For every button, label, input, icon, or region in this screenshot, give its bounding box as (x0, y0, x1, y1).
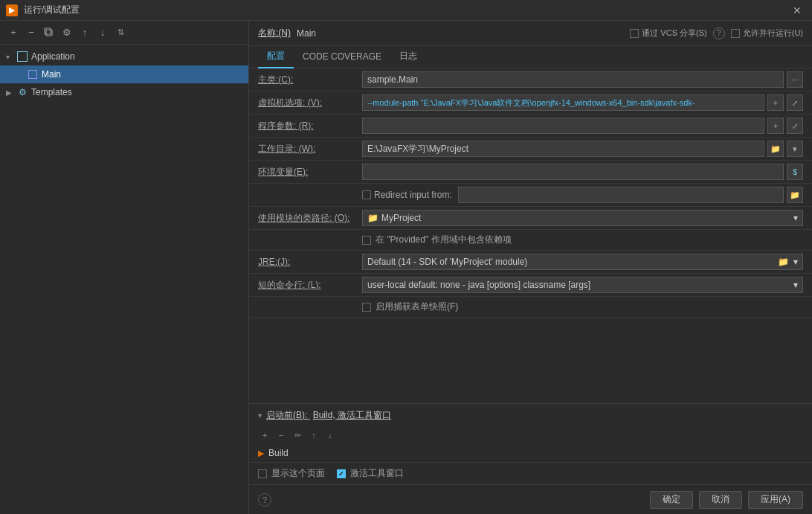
help-button[interactable]: ? (258, 493, 271, 507)
build-arrow-icon: ▶ (258, 449, 264, 458)
workdir-value-area: 📁 ▾ (362, 141, 803, 157)
before-launch-label[interactable]: 启动前(B): Build, 激活工具窗口 (266, 409, 391, 422)
name-value: Main (297, 28, 624, 39)
before-launch-value-text: Build, 激活工具窗口 (313, 410, 391, 420)
shortcut-checkbox[interactable] (362, 303, 371, 312)
class-input[interactable] (362, 71, 784, 88)
before-toolbar: + − ✏ ↑ ↓ (249, 426, 812, 444)
left-panel: + − ⚙ ↑ ↓ ⇅ ▾ Application (0, 21, 249, 514)
tab-log[interactable]: 日志 (390, 46, 426, 68)
class-browse-button[interactable]: ··· (787, 71, 803, 88)
tree-item-application[interactable]: ▾ Application (0, 48, 248, 65)
config-settings-button[interactable]: ⚙ (59, 25, 74, 40)
templates-icon: ⚙ (16, 86, 28, 98)
main-container: + − ⚙ ↑ ↓ ⇅ ▾ Application (0, 21, 812, 514)
vm-expand-button[interactable]: ⤢ (787, 94, 803, 111)
module-class-arrow: ▾ (793, 213, 798, 223)
vcs-checkbox-el[interactable] (630, 29, 639, 38)
activate-checkbox[interactable] (337, 469, 346, 478)
program-input[interactable] (362, 118, 764, 134)
workdir-label[interactable]: 工作目录: (W): (258, 143, 362, 155)
footer: ? 确定 取消 应用(A) (249, 484, 812, 514)
module-class-row: 使用模块的类路径: (O): 📁 MyProject ▾ (249, 207, 812, 230)
tab-config[interactable]: 配置 (258, 46, 294, 68)
shortcmd-value: user-local default: none - java [options… (367, 280, 590, 290)
right-panel: 名称:(N) Main 通过 VCS 分享(S) ? 允许并行运行(U) 配置 … (249, 21, 812, 514)
sort-button[interactable]: ⇅ (113, 25, 128, 40)
vm-label[interactable]: 虚拟机选项: (V): (258, 97, 362, 109)
shortcmd-arrow: ▾ (793, 280, 798, 290)
help-footer: ? (258, 493, 644, 507)
include-provided-checkbox[interactable] (362, 236, 371, 245)
workdir-browse-button[interactable]: 📁 (767, 141, 784, 157)
parallel-run-checkbox[interactable]: 允许并行运行(U) (731, 28, 803, 39)
cancel-button[interactable]: 取消 (699, 491, 742, 509)
form-spacer (249, 318, 812, 340)
application-label: Application (31, 51, 75, 62)
vcs-share-checkbox[interactable]: 通过 VCS 分享(S) (630, 28, 706, 39)
shortcmd-label[interactable]: 短的命令行: (L): (258, 279, 362, 292)
shortcmd-value-area: user-local default: none - java [options… (362, 277, 803, 293)
title-bar: ▶ 运行/调试配置 ✕ (0, 0, 812, 21)
env-label[interactable]: 环境变量(E): (258, 166, 362, 179)
shortcut-label: 启用捕获表单快照(F) (376, 301, 458, 313)
shortcmd-row: 短的命令行: (L): user-local default: none - j… (249, 274, 812, 297)
jre-select[interactable]: Default (14 - SDK of 'MyProject' module)… (362, 254, 803, 270)
shortcmd-select[interactable]: user-local default: none - java [options… (362, 277, 803, 293)
close-button[interactable]: ✕ (788, 3, 806, 18)
module-class-label[interactable]: 使用模块的类路径: (O): (258, 212, 362, 225)
name-label[interactable]: 名称:(N) (258, 27, 291, 39)
app-icon: ▶ (6, 4, 18, 16)
before-launch-header: ▾ 启动前(B): Build, 激活工具窗口 (249, 404, 812, 426)
tabs-row: 配置 CODE COVERAGE 日志 (249, 46, 812, 68)
remove-config-button[interactable]: − (24, 25, 39, 40)
before-add-button[interactable]: + (258, 428, 271, 442)
vm-input[interactable]: --module-path "E:\JavaFX学习\Java软件文档\open… (362, 94, 764, 111)
class-label[interactable]: 主类:(C): (258, 74, 362, 86)
redirect-input[interactable] (458, 187, 784, 203)
templates-arrow: ▶ (6, 89, 16, 97)
header-right: 通过 VCS 分享(S) ? 允许并行运行(U) (630, 28, 803, 39)
workdir-input[interactable] (362, 141, 764, 157)
redirect-checkbox[interactable] (362, 190, 371, 199)
program-value-area: + ⤢ (362, 118, 803, 134)
workdir-dropdown-button[interactable]: ▾ (787, 141, 803, 157)
vcs-label: 通过 VCS 分享(S) (642, 28, 706, 39)
program-add-button[interactable]: + (767, 118, 784, 134)
confirm-button[interactable]: 确定 (650, 491, 693, 509)
env-value-area: $ (362, 164, 803, 180)
before-launch-arrow[interactable]: ▾ (258, 411, 262, 420)
redirect-browse-button[interactable]: 📁 (787, 187, 803, 203)
jre-value-area: Default (14 - SDK of 'MyProject' module)… (362, 254, 803, 270)
show-page-checkbox[interactable] (258, 469, 267, 478)
activate-label: 激活工具窗口 (350, 467, 404, 480)
jre-row: JRE:(J): Default (14 - SDK of 'MyProject… (249, 251, 812, 274)
tree-item-main[interactable]: Main (0, 65, 248, 83)
vm-text-content: --module-path "E:\JavaFX学习\Java软件文档\open… (367, 97, 695, 109)
move-down-button[interactable]: ↓ (95, 25, 110, 40)
jre-label[interactable]: JRE:(J): (258, 257, 362, 267)
parallel-checkbox-el[interactable] (731, 29, 740, 38)
program-label[interactable]: 程序参数: (R): (258, 120, 362, 132)
content-area: 主类:(C): ··· 虚拟机选项: (V): --module-path "E… (249, 68, 812, 403)
vm-add-button[interactable]: + (767, 94, 784, 111)
before-remove-button[interactable]: − (274, 428, 288, 442)
show-page-checkbox-group: 显示这个页面 (258, 467, 325, 480)
apply-button[interactable]: 应用(A) (748, 491, 803, 509)
env-dollar-button[interactable]: $ (787, 164, 803, 180)
add-config-button[interactable]: + (6, 25, 21, 40)
left-toolbar: + − ⚙ ↑ ↓ ⇅ (0, 21, 248, 45)
env-input[interactable] (362, 164, 784, 180)
vcs-help-icon[interactable]: ? (713, 28, 725, 39)
tab-coverage[interactable]: CODE COVERAGE (294, 46, 390, 68)
move-up-button[interactable]: ↑ (77, 25, 92, 40)
vm-row: 虚拟机选项: (V): --module-path "E:\JavaFX学习\J… (249, 91, 812, 115)
program-expand-button[interactable]: ⤢ (787, 118, 803, 134)
before-up-button[interactable]: ↑ (307, 428, 320, 442)
jre-value: Default (14 - SDK of 'MyProject' module) (367, 257, 527, 267)
before-edit-button[interactable]: ✏ (291, 428, 304, 442)
copy-config-button[interactable] (42, 25, 57, 40)
tree-item-templates[interactable]: ▶ ⚙ Templates (0, 83, 248, 101)
module-class-select[interactable]: 📁 MyProject ▾ (362, 210, 803, 226)
before-down-button[interactable]: ↓ (323, 428, 337, 442)
